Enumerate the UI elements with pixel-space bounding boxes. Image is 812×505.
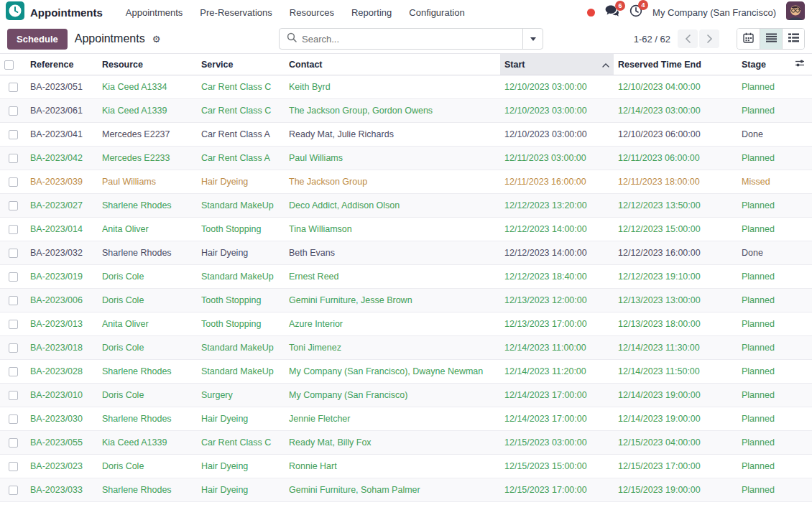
- stage-cell[interactable]: Missed: [737, 170, 790, 194]
- row-checkbox[interactable]: [9, 154, 18, 163]
- row-checkbox[interactable]: [9, 249, 18, 258]
- table-row[interactable]: BA-2023/028Sharlene RhodesStandard MakeU…: [0, 360, 812, 384]
- stage-cell[interactable]: Planned: [737, 336, 790, 360]
- row-checkbox[interactable]: [9, 462, 18, 471]
- reserved-time-end-cell[interactable]: 12/11/2023 18:00:00: [614, 170, 737, 194]
- start-cell[interactable]: 12/10/2023 03:00:00: [500, 99, 614, 123]
- gear-icon[interactable]: ⚙: [152, 34, 161, 44]
- start-cell[interactable]: 12/12/2023 14:00:00: [500, 241, 614, 265]
- column-header-contact[interactable]: Contact: [285, 54, 500, 75]
- stage-cell[interactable]: Planned: [737, 194, 790, 218]
- reference-cell[interactable]: BA-2023/019: [26, 265, 98, 289]
- stage-cell[interactable]: Done: [737, 241, 790, 265]
- resource-cell[interactable]: Doris Cole: [98, 289, 197, 312]
- start-cell[interactable]: 12/15/2023 03:00:00: [500, 431, 614, 455]
- stage-cell[interactable]: Planned: [737, 75, 790, 99]
- resource-cell[interactable]: Sharlene Rhodes: [98, 478, 197, 502]
- table-row[interactable]: BA-2023/013Anita OliverTooth StoppingAzu…: [0, 312, 812, 336]
- stage-cell[interactable]: Planned: [737, 312, 790, 336]
- start-cell[interactable]: 12/15/2023 15:00:00: [500, 455, 614, 478]
- contact-cell[interactable]: Tina Williamson: [285, 218, 500, 241]
- row-checkbox[interactable]: [9, 130, 18, 139]
- row-checkbox[interactable]: [9, 83, 18, 92]
- service-cell[interactable]: Tooth Stopping: [197, 289, 285, 312]
- resource-cell[interactable]: Paul Williams: [98, 170, 197, 194]
- activity-view-button[interactable]: [782, 29, 804, 49]
- contact-cell[interactable]: The Jackson Group, Gordon Owens: [285, 99, 500, 123]
- column-header-stage[interactable]: Stage: [737, 54, 790, 75]
- resource-cell[interactable]: Doris Cole: [98, 265, 197, 289]
- app-switcher[interactable]: Appointments: [6, 1, 103, 23]
- service-cell[interactable]: Hair Dyeing: [197, 478, 285, 502]
- table-row[interactable]: BA-2023/033Sharlene RhodesHair DyeingGem…: [0, 478, 812, 502]
- stage-cell[interactable]: Planned: [737, 218, 790, 241]
- service-cell[interactable]: Car Rent Class A: [197, 123, 285, 147]
- resource-cell[interactable]: Sharlene Rhodes: [98, 360, 197, 384]
- stage-cell[interactable]: Planned: [737, 431, 790, 455]
- reference-cell[interactable]: BA-2023/032: [26, 241, 98, 265]
- contact-cell[interactable]: Ready Mat, Billy Fox: [285, 431, 500, 455]
- row-checkbox[interactable]: [9, 343, 18, 353]
- reserved-time-end-cell[interactable]: 12/12/2023 15:00:00: [614, 218, 737, 241]
- resource-cell[interactable]: Mercedes E2237: [98, 123, 197, 147]
- start-cell[interactable]: 12/12/2023 18:40:00: [500, 265, 614, 289]
- start-cell[interactable]: 12/11/2023 16:00:00: [500, 170, 614, 194]
- reserved-time-end-cell[interactable]: 12/13/2023 13:00:00: [614, 289, 737, 312]
- table-row[interactable]: BA-2023/027Sharlene RhodesStandard MakeU…: [0, 194, 812, 218]
- reserved-time-end-cell[interactable]: 12/12/2023 16:00:00: [614, 241, 737, 265]
- reference-cell[interactable]: BA-2023/051: [26, 75, 98, 99]
- pager-previous-button[interactable]: [678, 29, 698, 48]
- nav-item-configuration[interactable]: Configuration: [402, 3, 471, 22]
- reference-cell[interactable]: BA-2023/028: [26, 360, 98, 384]
- search-dropdown-toggle[interactable]: [522, 29, 543, 49]
- resource-cell[interactable]: Doris Cole: [98, 384, 197, 407]
- table-row[interactable]: BA-2023/051Kia Ceed A1334Car Rent Class …: [0, 75, 812, 99]
- table-row[interactable]: BA-2023/041Mercedes E2237Car Rent Class …: [0, 123, 812, 147]
- column-header-service[interactable]: Service: [197, 54, 285, 75]
- activities-button[interactable]: 4: [629, 4, 642, 20]
- contact-cell[interactable]: The Jackson Group: [285, 170, 500, 194]
- nav-item-resources[interactable]: Resources: [282, 3, 341, 22]
- stage-cell[interactable]: Planned: [737, 407, 790, 431]
- service-cell[interactable]: Tooth Stopping: [197, 218, 285, 241]
- start-cell[interactable]: 12/15/2023 17:00:00: [500, 478, 614, 502]
- service-cell[interactable]: Surgery: [197, 384, 285, 407]
- reserved-time-end-cell[interactable]: 12/15/2023 19:00:00: [614, 478, 737, 502]
- resource-cell[interactable]: Sharlene Rhodes: [98, 241, 197, 265]
- reserved-time-end-cell[interactable]: 12/10/2023 06:00:00: [614, 123, 737, 147]
- column-header-reference[interactable]: Reference: [26, 54, 98, 75]
- table-row[interactable]: BA-2023/023Doris ColeHair DyeingRonnie H…: [0, 455, 812, 478]
- table-row[interactable]: BA-2023/061Kia Ceed A1339Car Rent Class …: [0, 99, 812, 123]
- resource-cell[interactable]: Kia Ceed A1334: [98, 75, 197, 99]
- contact-cell[interactable]: Jennie Fletcher: [285, 407, 500, 431]
- row-checkbox[interactable]: [9, 201, 18, 210]
- reserved-time-end-cell[interactable]: 12/14/2023 11:30:00: [614, 336, 737, 360]
- stage-cell[interactable]: Planned: [737, 147, 790, 170]
- row-checkbox[interactable]: [9, 272, 18, 282]
- contact-cell[interactable]: Paul Williams: [285, 147, 500, 170]
- reference-cell[interactable]: BA-2023/055: [26, 431, 98, 455]
- service-cell[interactable]: Car Rent Class C: [197, 75, 285, 99]
- reserved-time-end-cell[interactable]: 12/14/2023 19:00:00: [614, 407, 737, 431]
- start-cell[interactable]: 12/12/2023 13:20:00: [500, 194, 614, 218]
- reference-cell[interactable]: BA-2023/023: [26, 455, 98, 478]
- reserved-time-end-cell[interactable]: 12/14/2023 11:50:00: [614, 360, 737, 384]
- start-cell[interactable]: 12/12/2023 14:00:00: [500, 218, 614, 241]
- contact-cell[interactable]: Keith Byrd: [285, 75, 500, 99]
- start-cell[interactable]: 12/11/2023 03:00:00: [500, 147, 614, 170]
- contact-cell[interactable]: My Company (San Francisco), Dwayne Newma…: [285, 360, 500, 384]
- service-cell[interactable]: Tooth Stopping: [197, 312, 285, 336]
- service-cell[interactable]: Hair Dyeing: [197, 241, 285, 265]
- reference-cell[interactable]: BA-2023/027: [26, 194, 98, 218]
- row-checkbox[interactable]: [9, 106, 18, 116]
- reserved-time-end-cell[interactable]: 12/15/2023 17:00:00: [614, 455, 737, 478]
- pager-next-button[interactable]: [699, 29, 719, 48]
- column-header-resource[interactable]: Resource: [98, 54, 197, 75]
- service-cell[interactable]: Standard MakeUp: [197, 194, 285, 218]
- row-checkbox[interactable]: [9, 486, 18, 495]
- table-row[interactable]: BA-2023/030Sharlene RhodesHair DyeingJen…: [0, 407, 812, 431]
- row-checkbox[interactable]: [9, 296, 18, 305]
- resource-cell[interactable]: Doris Cole: [98, 336, 197, 360]
- service-cell[interactable]: Standard MakeUp: [197, 360, 285, 384]
- stage-cell[interactable]: Planned: [737, 478, 790, 502]
